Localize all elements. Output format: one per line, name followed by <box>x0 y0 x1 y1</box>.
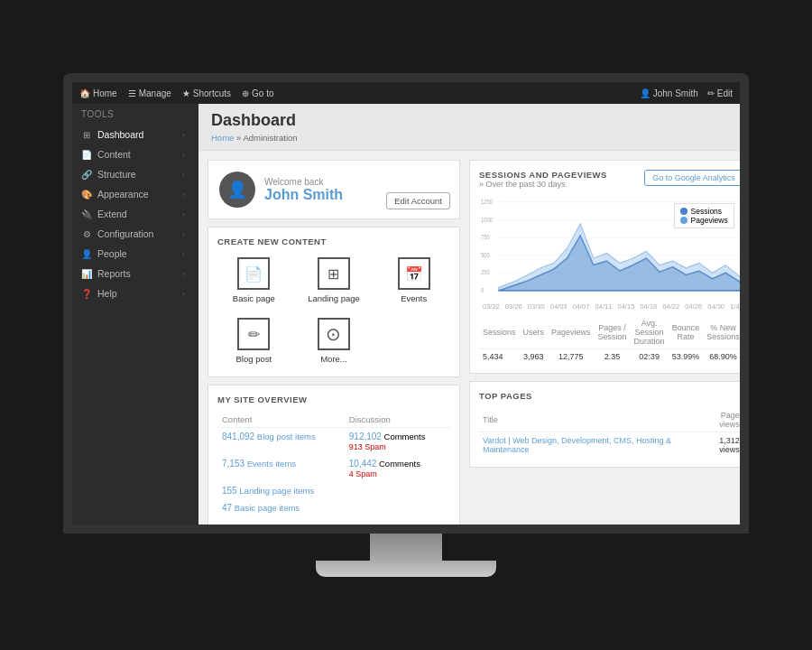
svg-text:250: 250 <box>481 269 490 275</box>
events-label: Events <box>401 293 427 303</box>
edit-account-button[interactable]: Edit Account <box>386 192 450 209</box>
edit-label: Edit <box>717 88 733 98</box>
sidebar-item-configuration[interactable]: ⚙ Configuration › <box>72 224 198 244</box>
col-bounce: Bounce Rate <box>669 316 704 349</box>
nav-edit[interactable]: ✏ Edit <box>707 88 733 98</box>
nav-user[interactable]: 👤 John Smith <box>640 88 698 98</box>
col-avg-session: Avg. Session Duration <box>631 316 669 349</box>
landing-page-icon: ⊞ <box>318 257 350 290</box>
sidebar-item-content[interactable]: 📄 Content › <box>72 144 198 164</box>
col-new-sessions: % New Sessions <box>703 316 740 349</box>
landing-page-label: Landing page <box>308 293 360 303</box>
col-pages-per-session: Pages / Session <box>595 316 631 349</box>
top-nav-right: 👤 John Smith ✏ Edit <box>640 88 733 98</box>
stat-pageviews: 12,775 <box>548 349 595 365</box>
table-row: Vardot | Web Design, Development, CMS, H… <box>479 432 740 459</box>
config-icon: ⚙ <box>81 228 92 239</box>
col-pageviews: Pageviews <box>548 316 595 349</box>
appearance-icon: 🎨 <box>81 189 92 200</box>
chart-legend: Sessions Pageviews <box>674 203 734 228</box>
events-items-link[interactable]: Events items <box>247 459 296 469</box>
content-type-events[interactable]: 📅 Events <box>377 254 450 307</box>
content-icon: 📄 <box>81 149 92 160</box>
chevron-icon: › <box>182 290 189 297</box>
extend-icon: 🔌 <box>81 209 92 219</box>
analytics-title: SESSIONS AND PAGEVIEWS <box>479 170 607 180</box>
breadcrumb-home[interactable]: Home <box>211 133 234 143</box>
structure-icon: 🔗 <box>81 169 92 180</box>
monitor-screen: 🏠 Home ☰ Manage ★ Shortcuts ⊕ Go to <box>63 73 749 534</box>
sidebar-item-structure[interactable]: 🔗 Structure › <box>72 164 198 184</box>
breadcrumb-current: Administration <box>243 133 297 143</box>
manage-icon: ☰ <box>128 88 136 98</box>
svg-text:1000: 1000 <box>481 216 494 222</box>
content-type-more[interactable]: ⊙ More... <box>298 314 371 367</box>
sidebar-item-appearance[interactable]: 🎨 Appearance › <box>72 184 198 204</box>
sidebar-appearance-label: Appearance <box>97 189 149 200</box>
left-col: 👤 Welcome back John Smith Edit Account C… <box>208 160 460 525</box>
dashboard-icon: ⊞ <box>81 129 92 140</box>
analytics-subtitle: » Over the past 30 days. <box>479 180 607 189</box>
main-area: Tools ⊞ Dashboard › 📄 Content › <box>72 104 740 525</box>
basic-page-items-link[interactable]: Basic page items <box>235 503 300 513</box>
sidebar-item-help[interactable]: ❓ Help › <box>72 283 198 303</box>
page-title-link[interactable]: Vardot | Web Design, Development, CMS, H… <box>483 436 671 454</box>
top-pages-block: TOP PAGES Title Page views <box>469 381 740 468</box>
chevron-icon: › <box>182 171 189 178</box>
sidebar-content-label: Content <box>97 149 131 160</box>
nav-goto[interactable]: ⊕ Go to <box>242 88 273 98</box>
nav-shortcuts[interactable]: ★ Shortcuts <box>182 88 231 98</box>
more-icon: ⊙ <box>318 318 350 350</box>
ga-button[interactable]: Go to Google Analytics <box>644 170 740 186</box>
stat-avg-session: 02:39 <box>631 349 669 365</box>
chevron-icon: › <box>182 131 189 138</box>
monitor-stand-base <box>316 561 496 577</box>
chevron-icon: › <box>182 151 189 158</box>
sidebar-item-extend[interactable]: 🔌 Extend › <box>72 204 198 224</box>
table-row: 7,153 Events items 10,442 Comments4 Spam <box>217 455 450 482</box>
nav-home[interactable]: 🏠 Home <box>79 88 117 98</box>
chart-container: 1250 1000 750 500 250 0 <box>479 194 740 302</box>
welcome-block: 👤 Welcome back John Smith Edit Account <box>208 160 460 219</box>
sidebar-config-label: Configuration <box>97 228 153 239</box>
user-icon: 👤 <box>640 88 651 98</box>
landing-page-items-link[interactable]: Landing page items <box>239 486 314 496</box>
svg-text:500: 500 <box>481 251 490 257</box>
sidebar-help-label: Help <box>97 288 117 299</box>
col-discussion: Discussion <box>345 412 450 428</box>
analytics-block: SESSIONS AND PAGEVIEWS » Over the past 3… <box>469 160 740 374</box>
chevron-icon: › <box>182 270 189 277</box>
sessions-label: Sessions <box>691 207 723 216</box>
col-users: Users <box>520 316 549 349</box>
stats-table: Sessions Users Pageviews Pages / Session… <box>479 316 740 364</box>
blog-post-icon: ✏ <box>237 318 270 350</box>
sidebar: Tools ⊞ Dashboard › 📄 Content › <box>72 104 198 525</box>
chevron-icon: › <box>182 250 189 257</box>
svg-text:750: 750 <box>481 234 490 240</box>
content-type-basic-page[interactable]: 📄 Basic page <box>217 254 291 307</box>
dashboard-body: 👤 Welcome back John Smith Edit Account C… <box>198 151 740 525</box>
col-title: Title <box>479 408 697 432</box>
top-pages-title: TOP PAGES <box>479 391 740 401</box>
content-type-landing-page[interactable]: ⊞ Landing page <box>298 254 371 307</box>
top-nav: 🏠 Home ☰ Manage ★ Shortcuts ⊕ Go to <box>72 82 740 104</box>
more-label: More... <box>320 354 347 364</box>
sidebar-item-reports[interactable]: 📊 Reports › <box>72 264 198 283</box>
blog-post-items-link[interactable]: Blog post items <box>257 432 316 441</box>
sidebar-people-label: People <box>97 248 127 259</box>
reports-icon: 📊 <box>81 268 92 279</box>
col-sessions: Sessions <box>479 316 520 349</box>
site-overview-block: MY SITE OVERVIEW Content Discussion <box>208 385 460 525</box>
goto-label: Go to <box>252 88 273 98</box>
sidebar-item-people[interactable]: 👤 People › <box>72 244 198 264</box>
col-page-views: Page views <box>697 408 740 432</box>
nav-manage[interactable]: ☰ Manage <box>128 88 171 98</box>
events-icon: 📅 <box>398 257 430 290</box>
avatar: 👤 <box>219 172 255 208</box>
blog-post-label: Blog post <box>236 354 272 364</box>
stats-row: 5,434 3,963 12,775 2.35 02:39 53.99% 68.… <box>479 349 740 365</box>
content-type-blog-post[interactable]: ✏ Blog post <box>217 314 291 367</box>
create-content-block: CREATE NEW CONTENT 📄 Basic page ⊞ Landin… <box>208 227 460 377</box>
admin-ui: 🏠 Home ☰ Manage ★ Shortcuts ⊕ Go to <box>72 82 740 525</box>
sidebar-item-dashboard[interactable]: ⊞ Dashboard › <box>72 125 198 144</box>
